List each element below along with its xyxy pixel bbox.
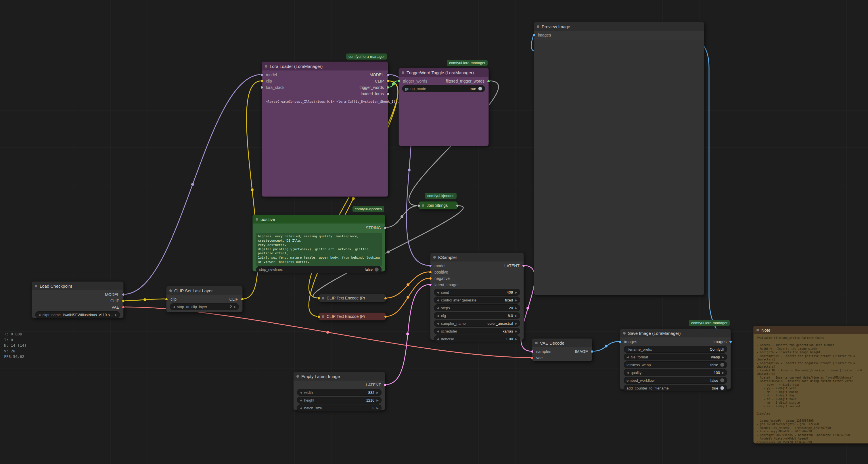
input-port-lora-stack[interactable] (260, 86, 264, 89)
widget-denoise[interactable]: ◀denoise1.00▶ (434, 336, 520, 342)
input-port-negative[interactable] (429, 277, 432, 280)
arrow-left-icon[interactable]: ◀ (626, 371, 629, 374)
output-port-filtered-trigger-words[interactable] (487, 80, 490, 83)
arrow-right-icon[interactable]: ▶ (376, 399, 379, 402)
node-titlebar[interactable]: CLIP Text Encode (Pr (319, 294, 385, 302)
output-port-vae[interactable] (122, 306, 125, 309)
node-titlebar[interactable]: CLIP Text Encode (Pr (319, 313, 385, 320)
output-port-trigger-words[interactable] (386, 86, 389, 89)
output-port-conditioning[interactable] (384, 297, 387, 300)
collapse-dot[interactable] (297, 375, 299, 378)
input-port-vae[interactable] (531, 356, 534, 359)
toggle-dot[interactable] (720, 378, 724, 382)
node-positive-prompt[interactable]: positive STRING highres, very detailed, … (252, 214, 385, 271)
input-port-clip[interactable] (317, 297, 320, 300)
output-port-images[interactable] (729, 340, 732, 343)
node-join-strings[interactable]: Join Strings (418, 201, 458, 209)
collapse-dot[interactable] (256, 218, 258, 221)
collapse-dot[interactable] (537, 25, 539, 28)
arrow-right-icon[interactable]: ▶ (115, 313, 117, 316)
arrow-right-icon[interactable]: ▶ (376, 391, 379, 394)
collapse-dot[interactable] (422, 204, 424, 207)
widget-control-after-generate[interactable]: ◀control after generatefixed▶ (434, 297, 520, 303)
arrow-left-icon[interactable]: ◀ (38, 313, 40, 316)
trigger-panel-area[interactable] (399, 92, 489, 146)
arrow-left-icon[interactable]: ◀ (437, 338, 439, 341)
node-titlebar[interactable]: Load Checkpoint (32, 282, 123, 290)
output-port-model[interactable] (122, 293, 125, 296)
arrow-right-icon[interactable]: ▶ (515, 291, 517, 294)
node-note[interactable]: Note Available filename_prefix Pattern C… (753, 326, 868, 443)
node-graph-canvas[interactable]: T: 0.00s I: 0 N: 14 [14] V: 28 FPS:56.62… (0, 0, 868, 464)
note-text[interactable]: Available filename_prefix Pattern Codes … (753, 334, 868, 443)
arrow-right-icon[interactable]: ▶ (722, 355, 724, 359)
input-port-latent-image[interactable] (429, 283, 432, 286)
node-titlebar[interactable]: CLIP Set Last Layer (166, 286, 242, 295)
toggle-dot[interactable] (720, 363, 724, 367)
collapse-dot[interactable] (35, 285, 37, 287)
node-titlebar[interactable]: Lora Loader (LoraManager) (262, 62, 388, 70)
node-lora-loader[interactable]: Lora Loader (LoraManager) model MODEL cl… (261, 62, 388, 197)
node-titlebar[interactable]: Save Image (LoraManager) (620, 329, 731, 338)
arrow-right-icon[interactable]: ▶ (515, 314, 517, 317)
output-port-clip[interactable] (122, 299, 125, 302)
input-port-strings[interactable] (417, 204, 420, 207)
output-port-string[interactable] (383, 226, 386, 229)
output-port-latent[interactable] (522, 264, 525, 267)
node-titlebar[interactable]: Note (753, 326, 868, 334)
widget-ckpt-name[interactable]: ◀ ckpt_name ilwaiNSFWIllustrious_v110.s.… (35, 311, 120, 318)
output-port-loaded-loras[interactable] (386, 92, 389, 95)
arrow-right-icon[interactable]: ▶ (515, 330, 517, 333)
prompt-textarea[interactable]: highres, very detailed, amazing quality,… (256, 233, 382, 266)
node-titlebar[interactable]: KSampler (430, 253, 524, 261)
node-clip-text-encode-negative[interactable]: CLIP Text Encode (Pr (318, 312, 386, 320)
input-port-samples[interactable] (531, 350, 534, 353)
widget-quality[interactable]: ◀quality100▶ (624, 369, 727, 376)
collapse-dot[interactable] (169, 289, 172, 292)
arrow-left-icon[interactable]: ◀ (437, 298, 439, 302)
arrow-left-icon[interactable]: ◀ (626, 355, 629, 359)
widget-stop-at-clip-layer[interactable]: ◀ stop_at_clip_layer -2 ▶ (170, 303, 239, 310)
input-port-clip[interactable] (260, 80, 264, 83)
node-save-image[interactable]: Save Image (LoraManager) images images f… (620, 328, 731, 389)
arrow-left-icon[interactable]: ◀ (300, 391, 302, 394)
node-load-checkpoint[interactable]: Load Checkpoint MODEL CLIP VAE ◀ ckpt_na… (32, 281, 124, 318)
arrow-right-icon[interactable]: ▶ (515, 322, 517, 325)
node-titlebar[interactable]: positive (253, 215, 385, 224)
widget-group-mode[interactable]: group_mode true (402, 85, 485, 92)
widget-height[interactable]: ◀height1216▶ (297, 397, 381, 404)
input-port-images[interactable] (532, 34, 535, 36)
arrow-right-icon[interactable]: ▶ (515, 338, 517, 341)
toggle-dot[interactable] (720, 386, 724, 390)
widget-filename-prefix[interactable]: filename_prefixComfyUI (624, 346, 727, 353)
node-ksampler[interactable]: KSampler model LATENT positive negative … (430, 253, 524, 340)
node-titlebar[interactable]: Join Strings (419, 202, 458, 209)
input-port-clip[interactable] (165, 298, 168, 300)
widget-scheduler[interactable]: ◀schedulerkarras▶ (434, 328, 520, 335)
widget-batch-size[interactable]: ◀batch_size3▶ (297, 404, 381, 411)
arrow-right-icon[interactable]: ▶ (234, 305, 236, 308)
input-port-trigger-words[interactable] (397, 80, 400, 83)
toggle-dot[interactable] (478, 87, 482, 91)
output-port-clip[interactable] (386, 80, 389, 83)
widget-seed[interactable]: ◀seed409▶ (434, 289, 520, 296)
node-preview-image[interactable]: Preview Image images (534, 22, 704, 295)
input-port-images[interactable] (619, 340, 622, 343)
widget-steps[interactable]: ◀steps20▶ (434, 304, 520, 311)
widget-strip-newlines[interactable]: strip_newlines false (256, 266, 381, 273)
node-triggerword-toggle[interactable]: TriggerWord Toggle (LoraManager) trigger… (399, 68, 489, 146)
collapse-dot[interactable] (322, 297, 324, 299)
collapse-dot[interactable] (265, 65, 268, 67)
arrow-right-icon[interactable]: ▶ (515, 298, 517, 302)
widget-sampler-name[interactable]: ◀sampler_nameeuler_ancestral▶ (434, 320, 520, 327)
arrow-left-icon[interactable]: ◀ (300, 399, 302, 402)
widget-width[interactable]: ◀width832▶ (297, 389, 381, 396)
node-titlebar[interactable]: Preview Image (534, 22, 704, 31)
collapse-dot[interactable] (322, 315, 324, 318)
widget-lossless-webp[interactable]: lossless_webpfalse (624, 361, 727, 368)
widget-embed-workflow[interactable]: embed_workflowfalse (624, 377, 727, 384)
node-clip-set-last-layer[interactable]: CLIP Set Last Layer clip CLIP ◀ stop_at_… (166, 286, 243, 312)
output-port-joined-string[interactable] (456, 204, 459, 207)
collapse-dot[interactable] (756, 329, 759, 331)
widget-add-counter-to-filename[interactable]: add_counter_to_filenametrue (624, 385, 727, 392)
